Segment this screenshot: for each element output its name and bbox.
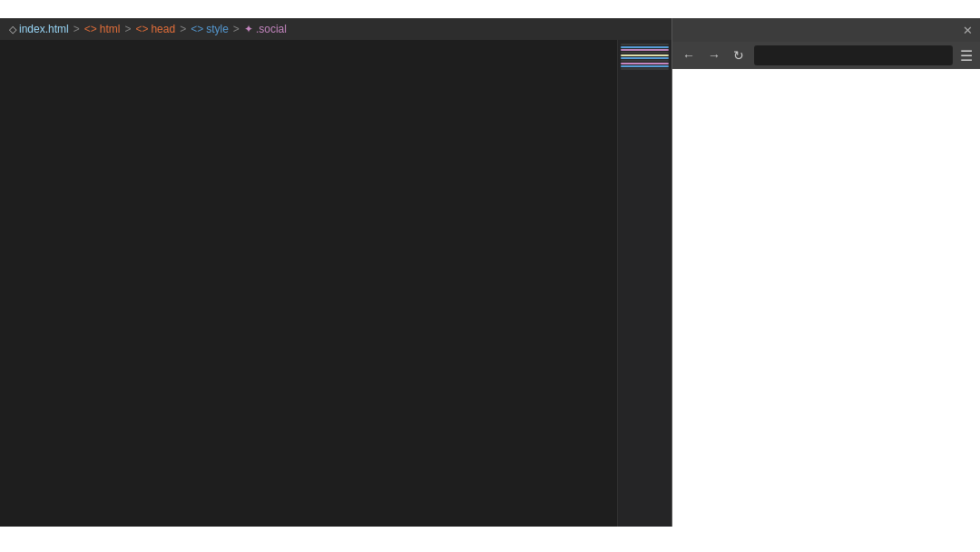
browser-close-button[interactable]: ✕	[963, 24, 973, 37]
head-icon: <>	[135, 23, 148, 35]
minimap-line	[621, 57, 669, 59]
breadcrumb-html: <> html	[84, 23, 121, 35]
breadcrumb-head: <> head	[135, 23, 175, 35]
browser-menu-button[interactable]: ☰	[960, 47, 973, 64]
main-container: ◇ index.html > <> html > <> head > <> st…	[0, 18, 980, 527]
breadcrumb-bar: ◇ index.html > <> html > <> head > <> st…	[0, 18, 671, 40]
url-bar[interactable]	[754, 45, 953, 65]
breadcrumb-index: index.html	[19, 23, 69, 35]
file-icon: ◇	[9, 24, 16, 35]
reload-button[interactable]: ↻	[730, 46, 747, 64]
breadcrumb-sep2: >	[124, 23, 131, 35]
back-button[interactable]: ←	[680, 46, 698, 64]
breadcrumb-sep: >	[74, 23, 80, 35]
page-title	[0, 0, 980, 18]
minimap-line	[621, 68, 669, 70]
forward-button[interactable]: →	[705, 46, 723, 64]
breadcrumb-social: ✦ .social	[244, 23, 287, 35]
html-icon: <>	[84, 23, 97, 35]
minimap-line	[621, 49, 669, 51]
minimap-line	[621, 60, 669, 62]
browser-panel: ✕ ← → ↻ ☰	[671, 18, 980, 527]
breadcrumb-style: <> style	[191, 23, 229, 35]
breadcrumb-item-index: ◇ index.html	[9, 23, 69, 35]
style-icon: <>	[191, 23, 203, 35]
minimap-line	[621, 65, 669, 67]
browser-titlebar: ✕	[672, 18, 980, 42]
code-content	[0, 40, 671, 527]
breadcrumb-sep3: >	[180, 23, 186, 35]
code-editor: ◇ index.html > <> html > <> head > <> st…	[0, 18, 671, 527]
minimap-line	[621, 44, 669, 45]
minimap	[617, 40, 671, 527]
minimap-line	[621, 63, 669, 64]
social-icon: ✦	[244, 23, 253, 35]
minimap-line	[621, 46, 669, 48]
minimap-line	[621, 54, 669, 56]
browser-content	[672, 69, 980, 527]
minimap-line	[621, 52, 669, 54]
browser-toolbar: ← → ↻ ☰	[672, 42, 980, 69]
breadcrumb-sep4: >	[233, 23, 240, 35]
